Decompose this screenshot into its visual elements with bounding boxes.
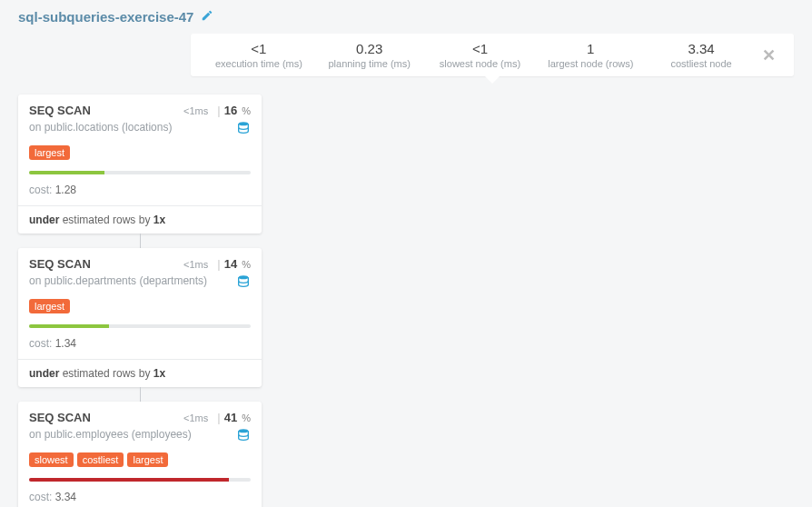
stat-2: <1slowest node (ms) bbox=[425, 41, 536, 69]
node-title: SEQ SCAN bbox=[29, 411, 91, 424]
stat-label: slowest node (ms) bbox=[436, 58, 525, 69]
node-target: on public.departments (departments) bbox=[29, 274, 207, 287]
stat-4: 3.34costliest node bbox=[646, 41, 757, 69]
node-time: <1ms bbox=[183, 105, 208, 116]
svg-point-0 bbox=[239, 122, 249, 125]
tag-row: slowestcostliestlargest bbox=[29, 452, 251, 467]
node-title: SEQ SCAN bbox=[29, 104, 91, 117]
tag-slowest: slowest bbox=[29, 452, 74, 467]
cost-bar bbox=[29, 478, 251, 482]
node-percent: 16 bbox=[224, 104, 237, 117]
database-icon bbox=[236, 121, 251, 138]
node-card[interactable]: SEQ SCAN<1ms|16 %on public.locations (lo… bbox=[18, 94, 262, 234]
cost-row: cost: 3.34 bbox=[29, 491, 251, 503]
nodes-list: SEQ SCAN<1ms|16 %on public.locations (lo… bbox=[18, 94, 262, 507]
node-card[interactable]: SEQ SCAN<1ms|14 %on public.departments (… bbox=[18, 248, 262, 387]
cost-bar bbox=[29, 171, 251, 174]
stats-bar: <1execution time (ms)0.23planning time (… bbox=[191, 34, 794, 76]
stat-label: costliest node bbox=[657, 58, 746, 69]
svg-point-2 bbox=[239, 429, 249, 432]
node-percent: 41 bbox=[224, 411, 237, 424]
stat-0: <1execution time (ms) bbox=[203, 41, 314, 69]
stat-value: 1 bbox=[546, 41, 635, 56]
node-time: <1ms bbox=[183, 259, 208, 270]
node-percent: 14 bbox=[224, 257, 237, 271]
stat-label: largest node (rows) bbox=[546, 58, 635, 69]
stat-1: 0.23planning time (ms) bbox=[314, 41, 425, 69]
stat-value: 0.23 bbox=[325, 41, 414, 56]
stat-value: <1 bbox=[214, 41, 303, 56]
page-title: sql-subqueries-exercise-47 bbox=[18, 9, 193, 25]
node-target: on public.locations (locations) bbox=[29, 121, 172, 134]
database-icon bbox=[236, 428, 251, 445]
edit-icon[interactable] bbox=[201, 9, 213, 25]
stat-label: execution time (ms) bbox=[214, 58, 303, 69]
node-card[interactable]: SEQ SCAN<1ms|41 %on public.employees (em… bbox=[18, 402, 262, 507]
tag-costliest: costliest bbox=[77, 452, 124, 467]
stat-label: planning time (ms) bbox=[325, 58, 414, 69]
close-icon[interactable]: ✕ bbox=[757, 45, 781, 65]
stat-3: 1largest node (rows) bbox=[535, 41, 646, 69]
database-icon bbox=[236, 274, 251, 292]
stat-value: 3.34 bbox=[657, 41, 746, 56]
stat-value: <1 bbox=[436, 41, 525, 56]
node-estimate: under estimated rows by 1x bbox=[18, 359, 262, 387]
node-target: on public.employees (employees) bbox=[29, 428, 192, 441]
node-time: <1ms bbox=[183, 413, 208, 423]
node-title: SEQ SCAN bbox=[29, 257, 91, 271]
tag-largest: largest bbox=[29, 299, 70, 313]
svg-point-1 bbox=[239, 275, 249, 279]
cost-bar bbox=[29, 324, 251, 328]
tag-row: largest bbox=[29, 299, 251, 313]
tag-largest: largest bbox=[29, 145, 70, 160]
tag-row: largest bbox=[29, 145, 251, 160]
title-row: sql-subqueries-exercise-47 bbox=[18, 9, 794, 25]
node-estimate: under estimated rows by 1x bbox=[18, 205, 262, 234]
cost-row: cost: 1.34 bbox=[29, 337, 251, 350]
tag-largest: largest bbox=[127, 452, 168, 467]
cost-row: cost: 1.28 bbox=[29, 184, 251, 196]
